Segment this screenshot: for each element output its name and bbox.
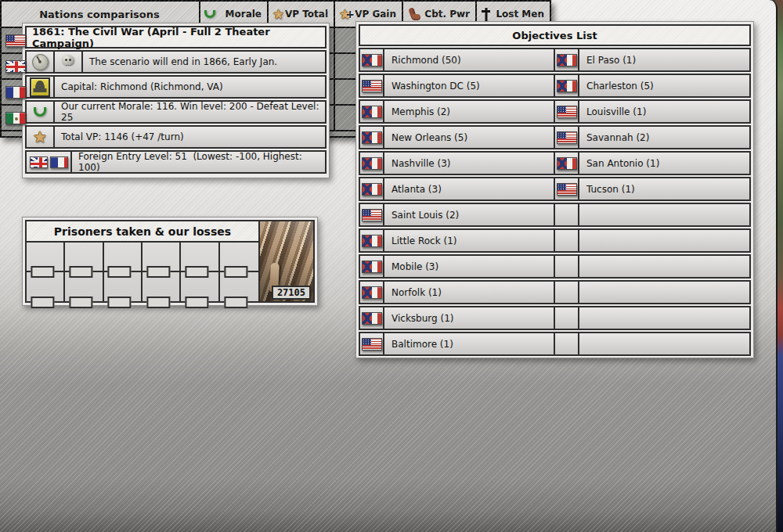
objective-label bbox=[579, 204, 749, 225]
skull-icon bbox=[60, 54, 76, 70]
prisoner-cell bbox=[143, 243, 181, 272]
objective-flag-cell bbox=[555, 101, 579, 122]
objective-label bbox=[579, 333, 749, 354]
objective-label: San Antonio (1) bbox=[579, 153, 749, 174]
objective-flag-cell bbox=[555, 282, 579, 303]
objective-label: Charleston (5) bbox=[579, 75, 749, 96]
loss-slot bbox=[185, 297, 208, 308]
objective-flag-icon bbox=[362, 312, 382, 325]
objective-flag-icon bbox=[557, 157, 577, 170]
prisoners-grid bbox=[27, 243, 258, 301]
loss-slot bbox=[108, 297, 132, 308]
objective-row[interactable]: Norfolk (1) bbox=[359, 280, 751, 304]
objective-flag-icon bbox=[362, 54, 382, 66]
loss-slot bbox=[225, 266, 248, 278]
objective-flag-icon bbox=[362, 131, 382, 144]
ledger-overlay: 1861: The Civil War (April - Full 2 Thea… bbox=[0, 0, 778, 532]
objective-flag-cell bbox=[360, 230, 384, 251]
column-label: Lost Men bbox=[496, 9, 544, 20]
loss-slot bbox=[69, 297, 92, 308]
scenario-title: 1861: The Civil War (April - Full 2 Thea… bbox=[25, 26, 327, 49]
objective-flag-icon bbox=[557, 54, 577, 66]
losses-count-badge: 27105 bbox=[272, 286, 311, 300]
objective-flag-icon bbox=[362, 286, 382, 299]
capital-text: Capital: Richmond (Richmond, VA) bbox=[55, 77, 325, 97]
capitol-icon-cell bbox=[27, 77, 55, 97]
objective-label: Nashville (3) bbox=[384, 153, 555, 174]
objective-row[interactable]: Little Rock (1) bbox=[359, 228, 751, 253]
morale-text: Our current Morale: 116. Win level: 200 … bbox=[55, 102, 325, 122]
capitol-icon bbox=[30, 77, 50, 97]
objective-label: Memphis (2) bbox=[384, 101, 555, 122]
wreath-icon-cell bbox=[27, 102, 55, 122]
objective-flag-cell bbox=[360, 282, 384, 303]
objective-label: Saint Louis (2) bbox=[384, 204, 555, 225]
objective-row[interactable]: Memphis (2) Louisville (1) bbox=[359, 99, 751, 124]
objective-label: El Paso (1) bbox=[579, 49, 749, 70]
loss-slot bbox=[31, 266, 54, 278]
objective-flag-icon bbox=[362, 338, 382, 350]
laurel-wreath-icon bbox=[34, 107, 46, 117]
cross-icon bbox=[481, 8, 491, 21]
objective-label bbox=[579, 230, 749, 251]
arm-strength-icon bbox=[407, 8, 421, 20]
objective-label: Savannah (2) bbox=[579, 127, 749, 148]
objective-label: Baltimore (1) bbox=[384, 333, 555, 354]
column-label: VP Total bbox=[285, 9, 328, 20]
objective-flag-icon bbox=[362, 157, 382, 170]
objectives-panel: Objectives List Richmond (50) El Paso (1… bbox=[355, 21, 754, 358]
objectives-title: Objectives List bbox=[359, 24, 751, 46]
nation-flag-icon bbox=[5, 60, 26, 73]
objective-flag-cell bbox=[555, 333, 579, 354]
objective-flag-icon bbox=[362, 106, 382, 118]
objective-flag-icon bbox=[557, 131, 577, 144]
objective-label: Little Rock (1) bbox=[384, 230, 555, 251]
foreign-flags-cell bbox=[27, 152, 72, 172]
objective-flag-cell bbox=[555, 153, 579, 174]
prisoners-inner: Prisoners taken & our losses bbox=[25, 220, 315, 303]
objective-label: Mobile (3) bbox=[384, 256, 555, 277]
objective-flag-cell bbox=[360, 256, 384, 277]
loss-slot bbox=[146, 266, 170, 278]
objective-row[interactable]: Richmond (50) El Paso (1) bbox=[359, 48, 751, 72]
objective-flag-icon bbox=[557, 183, 577, 196]
objective-flag-cell bbox=[555, 307, 579, 329]
scenario-row-end-date: The scenario will end in 1866, Early Jan… bbox=[25, 50, 327, 74]
objective-row[interactable]: Washington DC (5) Charleston (5) bbox=[359, 74, 751, 98]
objective-label: New Orleans (5) bbox=[384, 127, 555, 148]
scenario-end-text: The scenario will end in 1866, Early Jan… bbox=[83, 52, 325, 72]
uk-flag-icon bbox=[30, 156, 48, 168]
prisoner-cell bbox=[65, 243, 103, 272]
loss-slot bbox=[31, 297, 54, 308]
objective-flag-cell bbox=[555, 256, 579, 277]
objective-row[interactable]: Atlanta (3) Tucson (1) bbox=[359, 177, 751, 201]
loss-slot bbox=[185, 266, 208, 278]
objective-label bbox=[579, 307, 749, 329]
objective-label bbox=[579, 256, 749, 277]
objective-flag-icon bbox=[362, 235, 382, 247]
objective-row[interactable]: Mobile (3) bbox=[359, 254, 751, 279]
objective-label: Atlanta (3) bbox=[384, 178, 555, 200]
objective-flag-cell bbox=[555, 127, 579, 148]
prisoner-cell bbox=[27, 243, 65, 272]
objective-label: Vicksburg (1) bbox=[384, 307, 555, 329]
objective-row[interactable]: Saint Louis (2) bbox=[359, 203, 751, 227]
nation-flag-icon bbox=[5, 86, 26, 99]
scenario-row-foreign-entry: Foreign Entry Level: 51 (Lowest: -100, H… bbox=[25, 150, 327, 174]
prisoner-cell bbox=[104, 243, 143, 272]
scenario-panel: 1861: The Civil War (April - Full 2 Thea… bbox=[22, 23, 330, 178]
objective-flag-cell bbox=[360, 49, 384, 70]
objective-flag-icon bbox=[557, 106, 577, 118]
objective-flag-cell bbox=[555, 230, 579, 251]
nation-flag-icon bbox=[5, 34, 26, 47]
objective-row[interactable]: New Orleans (5) Savannah (2) bbox=[359, 125, 751, 149]
objective-row[interactable]: Vicksburg (1) bbox=[359, 306, 751, 330]
cemetery-photo: 27105 bbox=[258, 221, 313, 301]
objective-flag-icon bbox=[362, 183, 382, 196]
objective-row[interactable]: Nashville (3) San Antonio (1) bbox=[359, 151, 751, 175]
objective-flag-cell bbox=[555, 204, 579, 225]
clock-icon bbox=[32, 54, 49, 70]
objective-flag-cell bbox=[360, 127, 384, 148]
objective-row[interactable]: Baltimore (1) bbox=[359, 332, 751, 356]
column-label: VP Gain bbox=[355, 9, 396, 20]
